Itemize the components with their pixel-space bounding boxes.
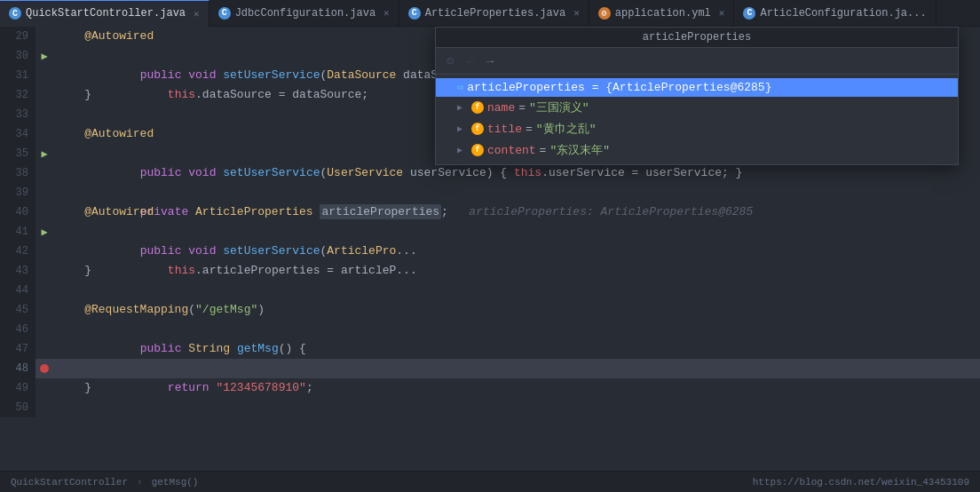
oo-icon: ∞ (457, 82, 463, 94)
line-gutter-46 (36, 320, 53, 339)
line-gutter-33 (36, 105, 53, 124)
line-gutter-45 (36, 300, 53, 320)
line-gutter-40 (36, 202, 53, 222)
tree-eq-name: = (518, 101, 526, 115)
popup-title: articleProperties (643, 31, 751, 44)
tab-bar: C QuickStartController.java ✕ C JdbcConf… (0, 0, 980, 27)
tree-root-label: articleProperties = {ArticleProperties@6… (467, 81, 771, 94)
line-num-33: 33 (0, 105, 36, 124)
green-arrow-35: ▶ (41, 147, 47, 161)
tree-key-content: content (487, 144, 536, 157)
tree-val-title: "黄巾之乱" (536, 121, 597, 137)
green-arrow-30: ▶ (41, 50, 47, 63)
tab-articleconfig[interactable]: C ArticleConfiguration.ja... (734, 0, 936, 27)
tree-item-title[interactable]: ▶ f title = "黄巾之乱" (436, 118, 958, 139)
line-gutter-44 (36, 281, 53, 300)
java-icon-2: C (218, 7, 231, 20)
breakpoint-48 (40, 364, 49, 373)
close-tab-quickstart[interactable]: ✕ (194, 8, 200, 20)
line-gutter-39 (36, 183, 53, 202)
breadcrumb-sep: › (137, 477, 143, 488)
toolbar-settings-icon[interactable]: ⚙ (443, 52, 457, 70)
line-gutter-34 (36, 124, 53, 144)
tree-expand-title[interactable]: ▶ (457, 123, 468, 134)
line-gutter-29 (36, 27, 53, 46)
tree-expand-content[interactable]: ▶ (457, 145, 468, 155)
field-icon-title: f (471, 123, 484, 135)
java-icon-4: C (743, 7, 755, 20)
tree-item-content[interactable]: ▶ f content = "东汉末年" (436, 139, 958, 161)
line-gutter-41: ▶ (36, 222, 53, 242)
line-num-31: 31 (0, 66, 36, 85)
popup-toolbar: ⚙ ← → (436, 48, 958, 75)
line-num-41: 41 (0, 222, 36, 242)
tree-eq-title: = (526, 123, 533, 136)
tree-item-name[interactable]: ▶ f name = "三国演义" (436, 97, 958, 118)
line-gutter-48 (36, 359, 53, 378)
line-gutter-32 (36, 85, 53, 105)
editor-container: 29 @Autowired 30 ▶ public void setUserSe… (0, 27, 980, 471)
line-gutter-30: ▶ (36, 46, 53, 66)
line-num-39: 39 (0, 183, 36, 202)
tab-article[interactable]: C ArticleProperties.java ✕ (399, 0, 589, 27)
tree-val-content: "东汉末年" (549, 142, 610, 158)
line-num-36: 38 (0, 163, 36, 183)
debug-popup[interactable]: articleProperties ⚙ ← → ▼ ∞ articlePrope… (435, 27, 959, 165)
tree-root-item[interactable]: ▼ ∞ articleProperties = {ArticleProperti… (436, 78, 958, 97)
line-num-49: 49 (0, 378, 36, 398)
java-icon-3: C (408, 7, 421, 20)
line-num-35: 35 (0, 144, 36, 163)
tree-eq-content: = (540, 144, 547, 157)
breadcrumb-class: QuickStartController (11, 477, 128, 488)
line-num-32: 32 (0, 85, 36, 105)
popup-tree: ▼ ∞ articleProperties = {ArticleProperti… (436, 75, 958, 164)
tree-expand-root[interactable]: ▼ (443, 83, 454, 92)
status-breadcrumb: QuickStartController › getMsg() (11, 477, 198, 488)
line-num-40: 40 (0, 202, 36, 222)
line-num-47: 47 (0, 339, 36, 359)
line-gutter-36 (36, 163, 53, 183)
line-num-42: 42 (0, 242, 36, 261)
line-num-34: 34 (0, 124, 36, 144)
debug-popup-overlay: articleProperties ⚙ ← → ▼ ∞ articlePrope… (435, 27, 968, 471)
field-icon-name: f (471, 101, 484, 114)
tab-label-articleconfig: ArticleConfiguration.ja... (760, 7, 926, 20)
tree-key-title: title (487, 123, 522, 136)
java-icon: C (9, 7, 21, 20)
line-num-29: 29 (0, 27, 36, 46)
code-area[interactable]: 29 @Autowired 30 ▶ public void setUserSe… (0, 27, 980, 471)
line-gutter-42 (36, 242, 53, 261)
tree-expand-name[interactable]: ▶ (457, 102, 468, 113)
tab-quickstart[interactable]: C QuickStartController.java ✕ (0, 0, 209, 27)
yml-icon: ⚙ (598, 7, 611, 20)
close-tab-article[interactable]: ✕ (573, 7, 580, 19)
line-num-44: 44 (0, 281, 36, 300)
tree-val-name: "三国演义" (529, 99, 589, 115)
line-num-50: 50 (0, 398, 36, 417)
breadcrumb-method: getMsg() (152, 477, 199, 488)
green-arrow-41: ▶ (41, 226, 47, 239)
close-tab-yml[interactable]: ✕ (719, 7, 725, 19)
line-gutter-35: ▶ (36, 144, 53, 163)
popup-header: articleProperties (436, 28, 958, 48)
line-num-43: 43 (0, 261, 36, 281)
line-gutter-43 (36, 261, 53, 281)
toolbar-back-icon[interactable]: ← (462, 52, 477, 70)
status-url: https://blog.csdn.net/weixin_43453109 (753, 477, 969, 488)
tree-key-name: name (487, 101, 515, 115)
tab-yml[interactable]: ⚙ application.yml ✕ (589, 0, 735, 27)
line-gutter-49 (36, 378, 53, 398)
tab-label: QuickStartController.java (26, 7, 186, 20)
line-num-45: 45 (0, 300, 36, 320)
field-icon-content: f (471, 144, 484, 156)
line-gutter-50 (36, 398, 53, 417)
line-num-46: 46 (0, 320, 36, 339)
tab-jdbc[interactable]: C JdbcConfiguration.java ✕ (209, 0, 399, 27)
status-bar: QuickStartController › getMsg() https://… (0, 471, 980, 492)
line-num-30: 30 (0, 46, 36, 66)
line-num-48: 48 (0, 359, 36, 378)
toolbar-forward-icon[interactable]: → (483, 52, 497, 70)
tab-label-article: ArticleProperties.java (425, 7, 565, 20)
close-tab-jdbc[interactable]: ✕ (383, 7, 390, 19)
tab-label-yml: application.yml (615, 7, 711, 20)
